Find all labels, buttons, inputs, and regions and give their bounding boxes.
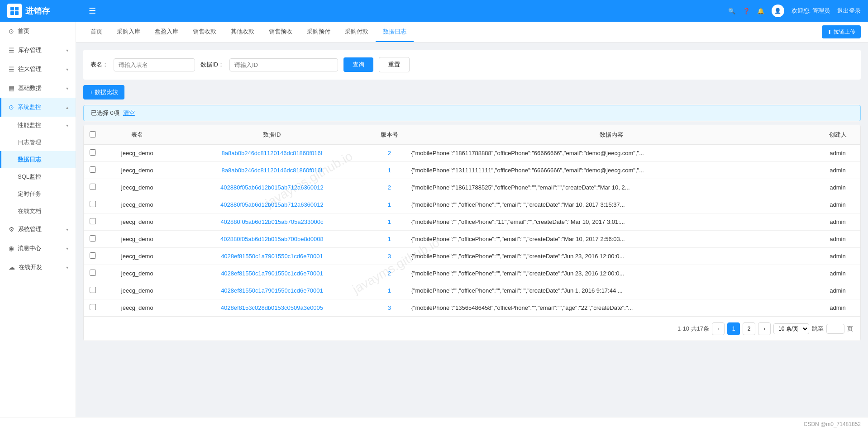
tab-other-collect[interactable]: 其他收款 (224, 22, 262, 42)
app-logo: 进销存 (7, 4, 80, 18)
query-button[interactable]: 查询 (343, 57, 373, 72)
tab-purchase[interactable]: 采购入库 (110, 22, 148, 42)
row-checkbox-cell (84, 299, 102, 317)
sidebar-sub-item-scheduled-task[interactable]: 定时任务 (0, 185, 76, 203)
menu-toggle-icon[interactable]: ☰ (87, 4, 98, 18)
content-area: 首页 采购入库 盘盈入库 销售收款 其他收款 销售预收 采购预付 (76, 22, 868, 417)
cell-version: 1 (371, 231, 407, 248)
cell-content: {"mobilePhone":"18611788525","officePhon… (407, 179, 815, 196)
chevron-down-icon: ▾ (66, 265, 68, 270)
data-table: 表名 数据ID 版本号 数据内容 创建人 jeecg_demo 8a8ab0b2… (83, 125, 861, 341)
tab-purchase-advance[interactable]: 采购预付 (300, 22, 338, 42)
upload-button[interactable]: ⬆ 拉链上传 (822, 25, 861, 38)
svg-rect-1 (15, 7, 19, 10)
home-icon: ⊙ (9, 28, 14, 35)
cell-version: 1 (371, 282, 407, 299)
row-checkbox[interactable] (90, 184, 96, 190)
row-checkbox[interactable] (90, 270, 96, 276)
gear-icon: ⚙ (9, 226, 14, 233)
sidebar-item-sys-manage[interactable]: ⚙ 系统管理 ▾ (0, 220, 76, 239)
cell-version: 1 (371, 213, 407, 231)
sidebar-sub-item-sql-monitor[interactable]: SQL监控 (0, 168, 76, 185)
cell-tablename: jeecg_demo (102, 162, 172, 179)
data-id-label: 数据ID： (200, 61, 224, 69)
row-checkbox[interactable] (90, 304, 96, 310)
tab-sales-advance[interactable]: 销售预收 (262, 22, 300, 42)
cell-content: {"mobilePhone":"13565486458","officePhon… (407, 299, 815, 317)
sidebar-sub-item-online-doc[interactable]: 在线文档 (0, 203, 76, 220)
cell-content: {"mobilePhone":"","officePhone":"","emai… (407, 282, 815, 299)
cell-version: 2 (371, 179, 407, 196)
row-checkbox-cell (84, 179, 102, 196)
row-checkbox-cell (84, 145, 102, 162)
clear-selection-link[interactable]: 清空 (123, 109, 135, 117)
tab-home[interactable]: 首页 (83, 22, 110, 42)
table-row: jeecg_demo 4028ef81550c1a7901550c1cd6e70… (84, 248, 860, 265)
row-checkbox-cell (84, 196, 102, 213)
sidebar-sub-item-perf-monitor[interactable]: 性能监控 ▾ (0, 117, 76, 134)
page-2-btn[interactable]: 2 (743, 322, 755, 335)
chevron-down-icon: ▾ (66, 67, 68, 72)
row-checkbox[interactable] (90, 201, 96, 207)
row-checkbox[interactable] (90, 166, 96, 173)
prev-page-btn[interactable]: ‹ (712, 322, 725, 335)
row-checkbox[interactable] (90, 149, 96, 156)
col-content-header: 数据内容 (407, 125, 815, 145)
next-page-btn[interactable]: › (758, 322, 771, 335)
incoming-icon: ☰ (9, 66, 14, 73)
row-checkbox[interactable] (90, 287, 96, 293)
cell-dataid: 4028ef8153c028db0153c0509a3e0005 (172, 299, 371, 317)
pagination: 1-10 共17条 ‹ 1 2 › 10 条/页 20 条/页 50 条/页 跳… (84, 317, 860, 341)
per-page-select[interactable]: 10 条/页 20 条/页 50 条/页 (773, 323, 809, 334)
sidebar-item-online-dev[interactable]: ☁ 在线开发 ▾ (0, 258, 76, 277)
action-bar: + 数据比较 (83, 85, 861, 99)
basic-icon: ▦ (9, 85, 14, 92)
user-greeting: 欢迎您, 管理员 (792, 7, 830, 15)
col-tablename-header: 表名 (102, 125, 172, 145)
sidebar-item-monitor[interactable]: ⊙ 系统监控 ▴ (0, 98, 76, 117)
sidebar-item-inventory[interactable]: ☰ 库存管理 ▾ (0, 41, 76, 60)
table-row: jeecg_demo 4028ef81550c1a7901550c1cd6e70… (84, 282, 860, 299)
logout-btn[interactable]: 退出登录 (837, 7, 861, 15)
cell-tablename: jeecg_demo (102, 265, 172, 282)
compare-button[interactable]: + 数据比较 (83, 85, 124, 99)
sidebar-item-incoming[interactable]: ☰ 往来管理 ▾ (0, 60, 76, 79)
cell-dataid: 402880f05ab6d12b015ab712a6360012 (172, 179, 371, 196)
table-row: jeecg_demo 8a8ab0b246dc81120146dc81860f0… (84, 145, 860, 162)
cell-creator: admin (815, 179, 860, 196)
selection-count: 已选择 0项 (91, 109, 119, 117)
inventory-icon: ☰ (9, 47, 14, 54)
data-id-input[interactable] (229, 58, 338, 71)
bell-icon[interactable]: 🔔 (757, 8, 764, 14)
sidebar-item-home[interactable]: ⊙ 首页 (0, 22, 76, 41)
bottom-bar: CSDN @m0_71481852 (0, 417, 868, 431)
row-checkbox[interactable] (90, 218, 96, 224)
selection-bar: 已选择 0项 清空 (83, 105, 861, 121)
table-row: jeecg_demo 4028ef8153c028db0153c0509a3e0… (84, 299, 860, 317)
tab-purchase-pay[interactable]: 采购付款 (338, 22, 376, 42)
search-icon[interactable]: 🔍 (728, 8, 735, 14)
page-1-btn[interactable]: 1 (727, 322, 740, 335)
svg-rect-2 (10, 11, 14, 15)
tab-inventory-count[interactable]: 盘盈入库 (148, 22, 186, 42)
cell-tablename: jeecg_demo (102, 213, 172, 231)
sidebar-item-msg-center[interactable]: ◉ 消息中心 ▾ (0, 239, 76, 258)
sidebar-item-basic[interactable]: ▦ 基础数据 ▾ (0, 79, 76, 98)
sidebar-sub-item-log-manage[interactable]: 日志管理 (0, 134, 76, 151)
tab-data-log[interactable]: 数据日志 (376, 22, 414, 42)
cell-dataid: 4028ef81550c1a7901550c1cd6e70001 (172, 248, 371, 265)
reset-button[interactable]: 重置 (379, 57, 410, 72)
cell-version: 2 (371, 145, 407, 162)
cell-version: 2 (371, 265, 407, 282)
goto-page-input[interactable] (826, 324, 844, 334)
sidebar-sub-item-data-log[interactable]: 数据日志 (0, 151, 76, 168)
help-icon[interactable]: ❓ (743, 8, 750, 14)
select-all-checkbox[interactable] (90, 131, 96, 137)
table-row: jeecg_demo 402880f05ab6d12b015ab700be8d0… (84, 231, 860, 248)
row-checkbox[interactable] (90, 252, 96, 259)
col-creator-header: 创建人 (815, 125, 860, 145)
tab-sales-collect[interactable]: 销售收款 (186, 22, 224, 42)
row-checkbox[interactable] (90, 235, 96, 242)
table-name-input[interactable] (114, 58, 195, 71)
main-layout: ⊙ 首页 ☰ 库存管理 ▾ ☰ 往来管理 ▾ ▦ 基础数据 ▾ ⊙ 系统监控 ▴… (0, 22, 868, 417)
